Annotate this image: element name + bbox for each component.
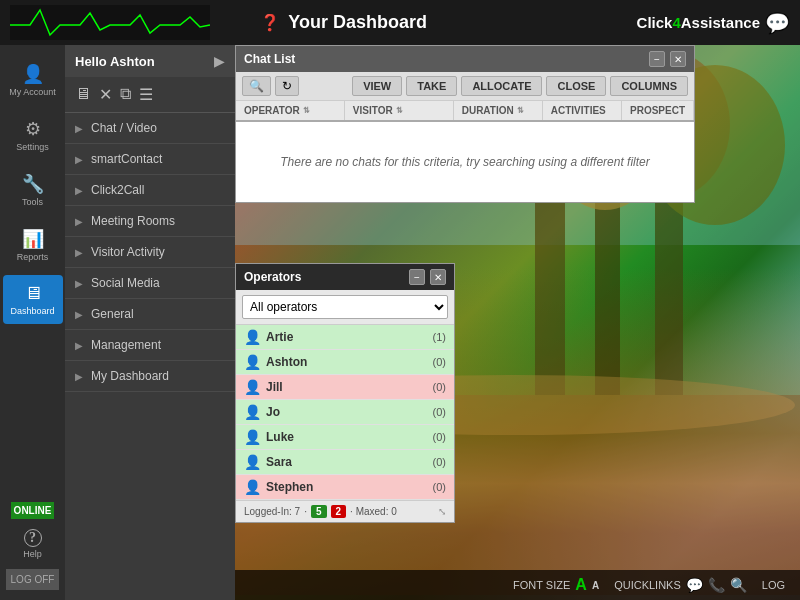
operators-green-count: 5 — [311, 505, 327, 518]
nav-item-meeting-rooms[interactable]: ▶ Meeting Rooms — [65, 206, 235, 237]
col-duration-label: DURATION — [462, 105, 514, 116]
nav-collapse-arrow[interactable]: ▶ — [214, 53, 225, 69]
nav-item-social-media[interactable]: ▶ Social Media — [65, 268, 235, 299]
ekg-graph — [10, 5, 210, 40]
chat-take-btn[interactable]: TAKE — [406, 76, 457, 96]
operator-ashton-name: Ashton — [266, 355, 307, 369]
my-account-label: My Account — [9, 87, 56, 97]
operators-minimize-btn[interactable]: − — [409, 269, 425, 285]
nav-close-icon[interactable]: ✕ — [99, 85, 112, 104]
dashboard-label: Dashboard — [10, 306, 54, 316]
operator-jo-status-icon: 👤 — [244, 404, 261, 420]
operators-maxed-label: · Maxed: 0 — [350, 506, 397, 517]
nav-item-management[interactable]: ▶ Management — [65, 330, 235, 361]
operators-close-btn[interactable]: ✕ — [430, 269, 446, 285]
settings-icon: ⚙ — [25, 118, 41, 140]
nav-arrow-social-media: ▶ — [75, 278, 83, 289]
user-greeting: Hello Ashton — [75, 54, 155, 69]
main-layout: 👤 My Account ⚙ Settings 🔧 Tools 📊 Report… — [0, 45, 800, 600]
nav-label-general: General — [91, 307, 134, 321]
operator-row-jill[interactable]: 👤 Jill (0) — [236, 375, 454, 400]
sidebar-item-my-account[interactable]: 👤 My Account — [3, 55, 63, 105]
operators-resize-handle[interactable]: ⤡ — [438, 506, 446, 517]
operator-stephen-name: Stephen — [266, 480, 313, 494]
chat-allocate-btn[interactable]: ALLOCATE — [461, 76, 542, 96]
quicklinks-chat-icon[interactable]: 💬 — [686, 577, 703, 593]
col-header-activities[interactable]: ACTIVITIES — [543, 101, 622, 120]
operator-sara-status-icon: 👤 — [244, 454, 261, 470]
col-header-duration[interactable]: DURATION ⇅ — [454, 101, 543, 120]
operator-luke-status-icon: 👤 — [244, 429, 261, 445]
nav-monitor-icon[interactable]: 🖥 — [75, 85, 91, 104]
nav-list-icon[interactable]: ☰ — [139, 85, 153, 104]
nav-arrow-chat-video: ▶ — [75, 123, 83, 134]
chat-refresh-btn[interactable]: ↻ — [275, 76, 299, 96]
log-control[interactable]: LOG — [762, 579, 785, 591]
operator-jo-name: Jo — [266, 405, 280, 419]
nav-item-click2call[interactable]: ▶ Click2Call — [65, 175, 235, 206]
operator-row-ashton[interactable]: 👤 Ashton (0) — [236, 350, 454, 375]
font-size-large-icon[interactable]: A — [575, 576, 587, 594]
brand-logo: Click4Assistance 💬 — [637, 11, 790, 35]
quicklinks-label: QUICKLINKS — [614, 579, 681, 591]
nav-item-visitor-activity[interactable]: ▶ Visitor Activity — [65, 237, 235, 268]
nav-label-my-dashboard: My Dashboard — [91, 369, 169, 383]
operator-sara-count: (0) — [426, 456, 446, 468]
nav-item-general[interactable]: ▶ General — [65, 299, 235, 330]
col-duration-sort: ⇅ — [517, 106, 524, 115]
sidebar-item-reports[interactable]: 📊 Reports — [3, 220, 63, 270]
chat-list-header-controls: − ✕ — [649, 51, 686, 67]
nav-item-my-dashboard[interactable]: ▶ My Dashboard — [65, 361, 235, 392]
sidebar-item-tools[interactable]: 🔧 Tools — [3, 165, 63, 215]
operator-jo-count: (0) — [426, 406, 446, 418]
operators-panel: Operators − ✕ All operators 👤 Artie (1) — [235, 263, 455, 523]
operators-filter-dropdown[interactable]: All operators — [242, 295, 448, 319]
chat-view-btn[interactable]: VIEW — [352, 76, 402, 96]
nav-arrow-my-dashboard: ▶ — [75, 371, 83, 382]
log-label: LOG — [762, 579, 785, 591]
operators-footer: Logged-In: 7 · 5 2 · Maxed: 0 ⤡ — [236, 500, 454, 522]
operator-row-jo[interactable]: 👤 Jo (0) — [236, 400, 454, 425]
online-label: ONLINE — [14, 505, 52, 516]
operators-header: Operators − ✕ — [236, 264, 454, 290]
nav-copy-icon[interactable]: ⧉ — [120, 85, 131, 104]
chat-list-columns: OPERATOR ⇅ VISITOR ⇅ DURATION ⇅ ACTIVITI… — [236, 101, 694, 122]
chat-list-minimize-btn[interactable]: − — [649, 51, 665, 67]
chat-list-title: Chat List — [244, 52, 295, 66]
quicklinks-phone-icon[interactable]: 📞 — [708, 577, 725, 593]
operator-row-stephen[interactable]: 👤 Stephen (0) — [236, 475, 454, 500]
operator-row-sara[interactable]: 👤 Sara (0) — [236, 450, 454, 475]
col-header-prospect[interactable]: PROSPECT — [622, 101, 694, 120]
col-header-operator[interactable]: OPERATOR ⇅ — [236, 101, 345, 120]
operator-artie-count: (1) — [426, 331, 446, 343]
sidebar-item-settings[interactable]: ⚙ Settings — [3, 110, 63, 160]
tools-icon: 🔧 — [22, 173, 44, 195]
operators-header-controls: − ✕ — [409, 269, 446, 285]
nav-item-smart-contact[interactable]: ▶ smartContact — [65, 144, 235, 175]
quicklinks-control[interactable]: QUICKLINKS 💬 📞 🔍 — [614, 577, 747, 593]
chat-close-btn[interactable]: CLOSE — [546, 76, 606, 96]
chat-list-toolbar: 🔍 ↻ VIEW TAKE ALLOCATE CLOSE COLUMNS — [236, 72, 694, 101]
sidebar-item-dashboard[interactable]: 🖥 Dashboard — [3, 275, 63, 324]
col-header-visitor[interactable]: VISITOR ⇅ — [345, 101, 454, 120]
dashboard-title: Your Dashboard — [288, 12, 427, 32]
operator-jo-info: 👤 Jo — [244, 404, 280, 420]
font-size-small-icon[interactable]: A — [592, 580, 599, 591]
log-off-button[interactable]: LOG OFF — [6, 569, 60, 590]
font-size-control[interactable]: FONT SIZE A A — [513, 576, 599, 594]
chat-list-close-btn[interactable]: ✕ — [670, 51, 686, 67]
nav-item-chat-video[interactable]: ▶ Chat / Video — [65, 113, 235, 144]
quicklinks-search-icon[interactable]: 🔍 — [730, 577, 747, 593]
sidebar-item-help[interactable]: ? Help — [3, 524, 63, 564]
dashboard-help-icon: ❓ — [260, 14, 280, 31]
chat-columns-btn[interactable]: COLUMNS — [610, 76, 688, 96]
main-content: Chat List − ✕ 🔍 ↻ VIEW TAKE ALLOCATE CLO… — [235, 45, 800, 600]
operator-ashton-count: (0) — [426, 356, 446, 368]
chat-search-btn[interactable]: 🔍 — [242, 76, 271, 96]
top-bar: ❓ Your Dashboard Click4Assistance 💬 — [0, 0, 800, 45]
operator-luke-name: Luke — [266, 430, 294, 444]
operator-row-luke[interactable]: 👤 Luke (0) — [236, 425, 454, 450]
col-prospect-label: PROSPECT — [630, 105, 685, 116]
operator-row-artie[interactable]: 👤 Artie (1) — [236, 325, 454, 350]
chat-list-header: Chat List − ✕ — [236, 46, 694, 72]
